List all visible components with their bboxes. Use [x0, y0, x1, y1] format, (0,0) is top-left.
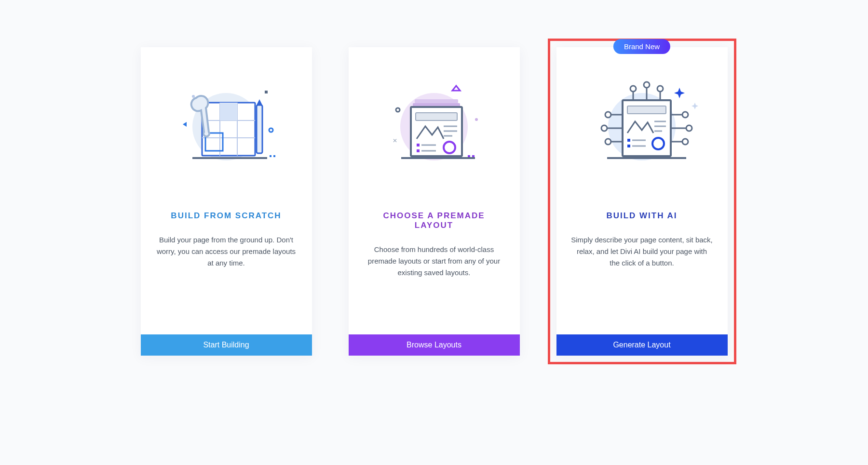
premade-illustration: ✕ [349, 47, 520, 192]
svg-point-47 [605, 112, 611, 118]
svg-point-11 [192, 95, 195, 98]
svg-rect-43 [627, 145, 630, 147]
card-premade-layout[interactable]: ✕ Choose A Premade Layout Choose from hu… [349, 47, 520, 356]
svg-point-32 [475, 118, 478, 121]
svg-rect-6 [220, 103, 237, 120]
ai-illustration [556, 47, 728, 192]
svg-marker-13 [183, 122, 187, 127]
card-wrap-scratch: Build From Scratch Build your page from … [132, 39, 321, 364]
generate-layout-button[interactable]: Generate Layout [556, 334, 728, 356]
svg-text:✕: ✕ [393, 137, 397, 144]
svg-rect-37 [627, 106, 666, 114]
svg-point-63 [657, 86, 663, 92]
svg-point-61 [644, 82, 650, 88]
svg-point-59 [630, 86, 636, 92]
card-build-from-scratch[interactable]: Build From Scratch Build your page from … [141, 47, 312, 356]
card-title: Build With AI [571, 211, 713, 221]
start-building-button[interactable]: Start Building [141, 334, 312, 356]
svg-point-31 [396, 108, 400, 112]
svg-marker-30 [452, 86, 460, 91]
card-build-with-ai[interactable]: Brand New [556, 47, 728, 356]
ai-chip-doc-icon [579, 76, 705, 177]
svg-point-53 [682, 112, 688, 118]
card-title: Choose A Premade Layout [363, 211, 505, 230]
svg-point-55 [686, 125, 692, 131]
card-wrap-ai-highlighted: Brand New [548, 39, 736, 364]
brand-new-badge: Brand New [613, 39, 670, 54]
svg-rect-24 [417, 144, 420, 146]
svg-rect-41 [627, 139, 630, 142]
svg-point-51 [605, 139, 611, 145]
browse-layouts-button[interactable]: Browse Layouts [349, 334, 520, 356]
svg-point-49 [601, 125, 607, 131]
card-description: Build your page from the ground up. Don'… [155, 234, 298, 269]
svg-rect-8 [257, 105, 262, 153]
scratch-illustration [141, 47, 312, 192]
card-title: Build From Scratch [155, 211, 298, 221]
svg-rect-20 [416, 113, 457, 120]
card-description: Simply describe your page content, sit b… [571, 234, 713, 269]
grid-wrench-icon [163, 76, 289, 177]
card-wrap-premade: ✕ Choose A Premade Layout Choose from hu… [340, 39, 529, 364]
svg-point-12 [269, 128, 273, 132]
template-doc-icon: ✕ [371, 76, 497, 177]
svg-rect-14 [265, 91, 268, 93]
card-description: Choose from hundreds of world-class prem… [363, 244, 505, 279]
svg-point-57 [682, 139, 688, 145]
svg-rect-26 [417, 149, 420, 152]
layout-choice-cards: Build From Scratch Build your page from … [132, 39, 736, 364]
svg-rect-17 [415, 99, 458, 103]
svg-marker-9 [257, 99, 262, 105]
